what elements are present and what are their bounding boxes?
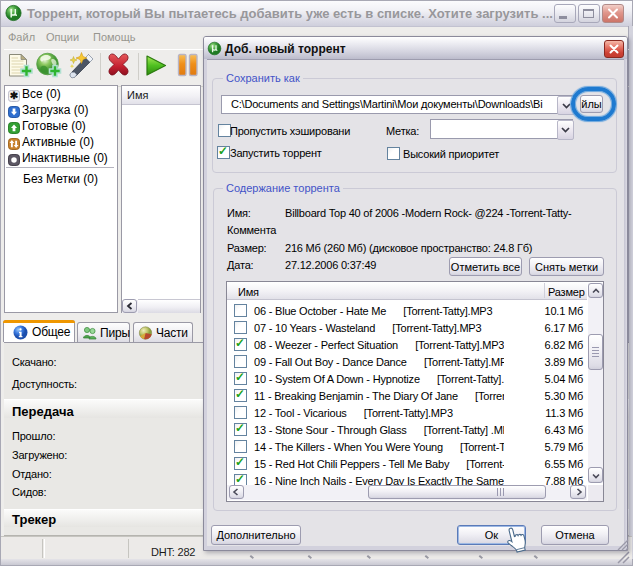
svg-text:✱: ✱ [10, 90, 19, 101]
